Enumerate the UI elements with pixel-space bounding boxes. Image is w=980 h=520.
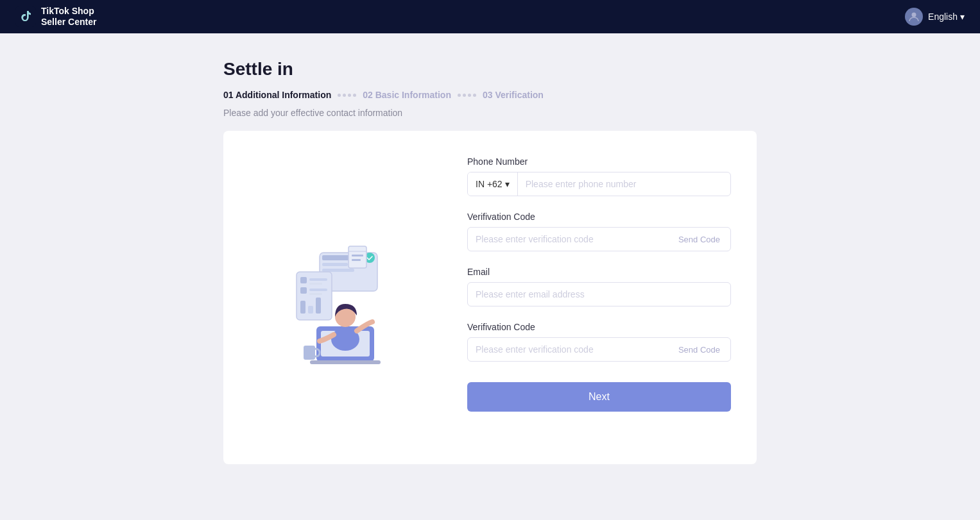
subtitle: Please add your effective contact inform… bbox=[223, 108, 757, 118]
svg-rect-15 bbox=[309, 289, 327, 291]
phone-number-group: Phone Number IN +62 ▾ bbox=[467, 156, 731, 196]
verification-code-input-2[interactable] bbox=[468, 338, 668, 361]
svg-rect-9 bbox=[352, 259, 361, 261]
svg-rect-13 bbox=[309, 283, 322, 285]
dot bbox=[458, 94, 461, 97]
step-dots-2 bbox=[458, 94, 476, 97]
verification-input-row-1: Send Code bbox=[467, 227, 731, 251]
email-input[interactable] bbox=[467, 282, 731, 306]
tiktok-logo-icon bbox=[15, 6, 36, 27]
phone-input-row: IN +62 ▾ bbox=[467, 172, 731, 196]
step-dots-1 bbox=[338, 94, 356, 97]
svg-rect-19 bbox=[316, 298, 321, 314]
send-code-button-1[interactable]: Send Code bbox=[668, 228, 730, 251]
user-icon bbox=[908, 11, 920, 22]
svg-rect-14 bbox=[300, 287, 307, 294]
dot bbox=[463, 94, 466, 97]
verification-code-group-2: Verifivation Code Send Code bbox=[467, 322, 731, 362]
dot bbox=[353, 94, 356, 97]
page-title: Settle in bbox=[223, 59, 757, 80]
phone-number-input[interactable] bbox=[518, 172, 730, 196]
svg-rect-4 bbox=[322, 263, 348, 266]
svg-point-1 bbox=[912, 13, 916, 17]
dot bbox=[348, 94, 351, 97]
logo-text: TikTok Shop bbox=[41, 6, 96, 17]
verification-code-label-1: Verifivation Code bbox=[467, 212, 731, 222]
chevron-down-icon: ▾ bbox=[960, 12, 965, 22]
svg-rect-25 bbox=[310, 360, 381, 364]
svg-rect-7 bbox=[348, 246, 366, 268]
phone-number-label: Phone Number bbox=[467, 156, 731, 167]
svg-rect-8 bbox=[352, 255, 363, 256]
illustration-svg bbox=[268, 227, 409, 368]
svg-rect-12 bbox=[309, 278, 327, 281]
next-button[interactable]: Next bbox=[467, 382, 731, 412]
header: TikTok Shop Seller Center English ▾ bbox=[0, 0, 980, 33]
step-2-label: 02 Basic Information bbox=[363, 90, 451, 100]
verification-code-label-2: Verifivation Code bbox=[467, 322, 731, 332]
logo: TikTok Shop Seller Center bbox=[15, 6, 96, 28]
chevron-down-icon: ▾ bbox=[505, 179, 510, 189]
main-content: Settle in 01 Additional Information 02 B… bbox=[0, 33, 980, 490]
svg-rect-16 bbox=[309, 293, 322, 295]
avatar[interactable] bbox=[905, 8, 923, 26]
language-selector[interactable]: English ▾ bbox=[928, 12, 965, 22]
phone-country-select[interactable]: IN +62 ▾ bbox=[468, 172, 518, 196]
svg-rect-17 bbox=[300, 301, 305, 314]
send-code-button-2[interactable]: Send Code bbox=[668, 339, 730, 361]
dot bbox=[343, 94, 346, 97]
step-1-label: 01 Additional Information bbox=[223, 90, 331, 100]
email-group: Email bbox=[467, 267, 731, 306]
svg-rect-28 bbox=[304, 346, 315, 360]
illustration bbox=[249, 156, 429, 439]
step-3-label: 03 Verification bbox=[483, 90, 544, 100]
svg-rect-0 bbox=[15, 6, 36, 27]
dot bbox=[473, 94, 476, 97]
svg-rect-18 bbox=[308, 306, 313, 314]
form-section: Phone Number IN +62 ▾ Verifivation Code … bbox=[467, 156, 731, 439]
verification-code-group-1: Verifivation Code Send Code bbox=[467, 212, 731, 251]
dot bbox=[338, 94, 341, 97]
steps-row: 01 Additional Information 02 Basic Infor… bbox=[223, 90, 757, 100]
verification-code-input-1[interactable] bbox=[468, 228, 668, 251]
svg-rect-11 bbox=[300, 277, 307, 283]
email-label: Email bbox=[467, 267, 731, 277]
form-card: Phone Number IN +62 ▾ Verifivation Code … bbox=[223, 131, 757, 464]
logo-subtext: Seller Center bbox=[41, 17, 96, 28]
verification-input-row-2: Send Code bbox=[467, 337, 731, 362]
header-right: English ▾ bbox=[905, 8, 965, 26]
dot bbox=[468, 94, 471, 97]
